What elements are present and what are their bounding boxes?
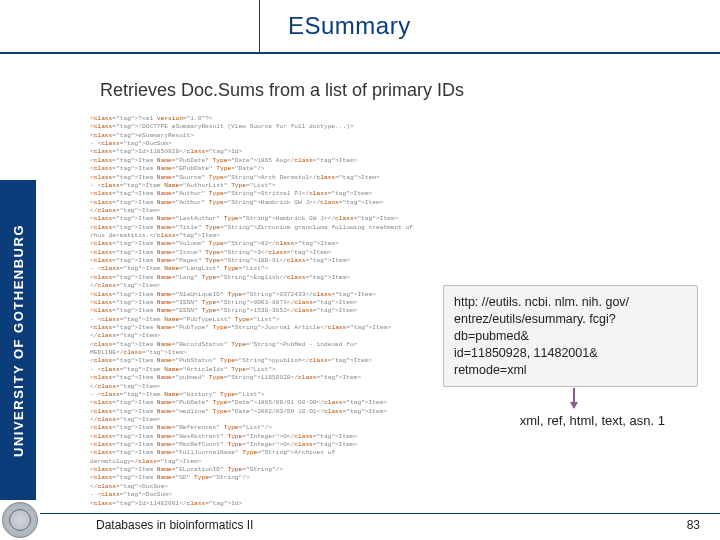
url-line-4: id=11850928, 11482001&	[454, 345, 687, 362]
org-sidebar: UNIVERSITY OF GOTHENBURG	[0, 180, 36, 500]
slide-header: ESummary	[0, 0, 720, 54]
footer-label: Databases in bioinformatics II	[96, 518, 253, 532]
university-seal-icon	[2, 502, 38, 538]
org-name: UNIVERSITY OF GOTHENBURG	[11, 224, 26, 457]
xml-sample: <class="tag">?xml version="1.0"?><class=…	[90, 115, 430, 508]
url-line-1: http: //eutils. ncbi. nlm. nih. gov/	[454, 294, 687, 311]
url-line-2: entrez/eutils/esummary. fcgi?	[454, 311, 687, 328]
header-title-wrap: ESummary	[260, 0, 720, 52]
slide: ESummary Retrieves Doc.Sums from a list …	[0, 0, 720, 540]
page-title: ESummary	[288, 12, 411, 40]
header-spacer	[0, 0, 260, 52]
url-line-5: retmode=xml	[454, 362, 687, 379]
url-callout: http: //eutils. ncbi. nlm. nih. gov/ ent…	[443, 285, 698, 387]
subtitle: Retrieves Doc.Sums from a list of primar…	[100, 80, 464, 101]
url-line-3: db=pubmed&	[454, 328, 687, 345]
page-number: 83	[687, 518, 700, 532]
formats-list: xml, ref, html, text, asn. 1	[520, 413, 665, 428]
footer-divider	[40, 513, 720, 514]
arrow-down-icon	[573, 388, 575, 408]
